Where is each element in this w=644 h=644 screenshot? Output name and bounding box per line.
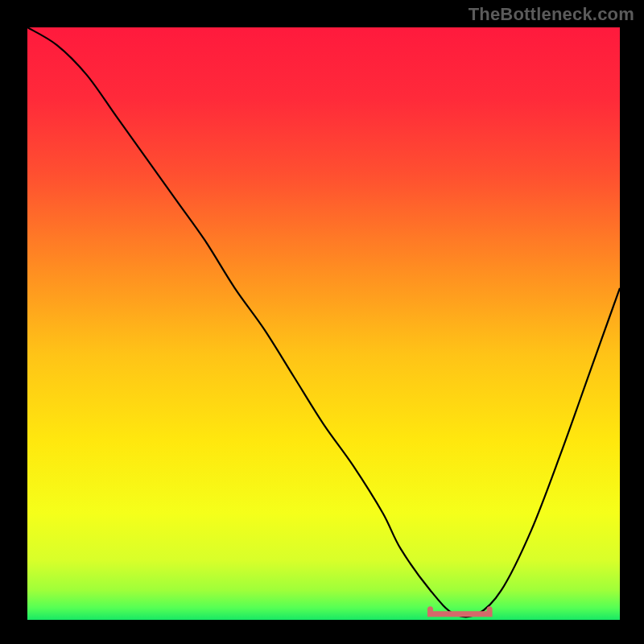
bottleneck-chart [0,0,644,644]
chart-frame: TheBottleneck.com [0,0,644,644]
watermark-text: TheBottleneck.com [469,4,634,25]
